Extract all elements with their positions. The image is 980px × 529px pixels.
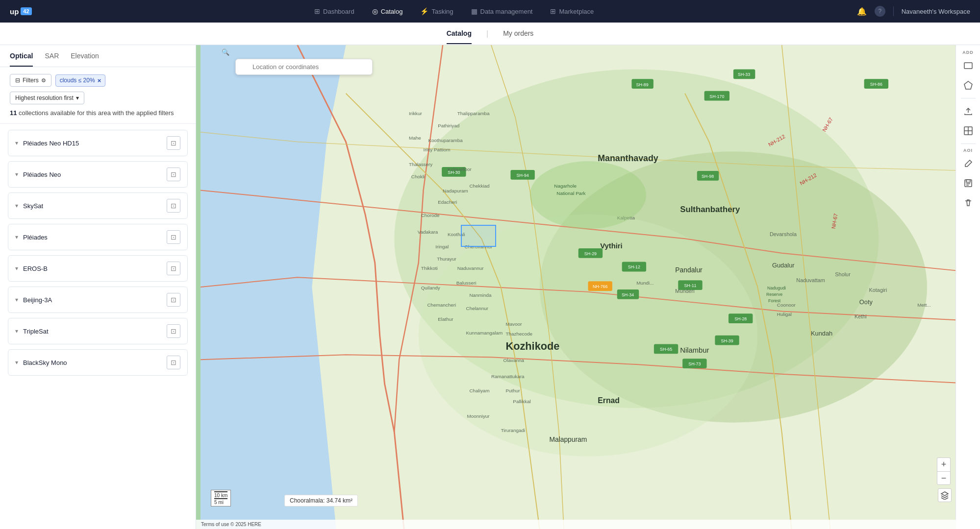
cloud-filter-chip[interactable]: clouds ≤ 20% × bbox=[55, 74, 106, 87]
collection-item[interactable]: ▾ Pléiades ⊡ bbox=[8, 224, 188, 250]
collection-name: Pléiades bbox=[23, 234, 48, 241]
svg-text:NH-766: NH-766 bbox=[593, 284, 608, 289]
svg-text:SH-29: SH-29 bbox=[584, 251, 597, 256]
aoi-save-button[interactable] bbox=[959, 174, 977, 192]
nav-tasking[interactable]: ⚡ Tasking bbox=[413, 4, 460, 18]
svg-text:Nagarhole: Nagarhole bbox=[554, 183, 577, 189]
notifications-icon[interactable]: 🔔 bbox=[857, 7, 867, 16]
nav-data-management[interactable]: ▦ Data management bbox=[464, 4, 540, 18]
help-icon[interactable]: ? bbox=[875, 6, 885, 17]
collection-item[interactable]: ▾ BlackSky Mono ⊡ bbox=[8, 349, 188, 376]
svg-text:Ooty: Ooty bbox=[859, 298, 873, 306]
chevron-down-icon: ▾ bbox=[15, 171, 18, 178]
nav-items: ⊞ Dashboard ◎ Catalog ⚡ Tasking ▦ Data m… bbox=[51, 4, 857, 18]
map-container[interactable]: SH-89 SH-170 SH-33 SH-86 SH-30 SH-94 SH-… bbox=[196, 45, 980, 529]
collection-left: ▾ BlackSky Mono bbox=[15, 359, 67, 366]
svg-text:Mananthavady: Mananthavady bbox=[598, 153, 658, 163]
svg-text:Gudalur: Gudalur bbox=[772, 262, 795, 269]
map-background: SH-89 SH-170 SH-33 SH-86 SH-30 SH-94 SH-… bbox=[196, 45, 980, 529]
nav-dashboard[interactable]: ⊞ Dashboard bbox=[307, 4, 361, 18]
svg-text:Vadakara: Vadakara bbox=[418, 229, 438, 235]
svg-text:Moonniyur: Moonniyur bbox=[467, 413, 490, 419]
add-section-label: ADD bbox=[962, 50, 974, 55]
collection-item[interactable]: ▾ Beijing-3A ⊡ bbox=[8, 287, 188, 313]
svg-text:Pathiriyad: Pathiriyad bbox=[438, 123, 459, 128]
zoom-in-button[interactable]: + bbox=[937, 457, 951, 471]
filters-area: ⊟ Filters ⚙ clouds ≤ 20% × Highest resol… bbox=[0, 67, 196, 124]
subnav-my-orders[interactable]: My orders bbox=[503, 24, 533, 44]
svg-text:SH-11: SH-11 bbox=[684, 283, 696, 288]
sidebar: Optical SAR Elevation ⊟ Filters ⚙ clouds… bbox=[0, 45, 196, 529]
aoi-edit-button[interactable] bbox=[959, 155, 977, 172]
svg-text:SH-170: SH-170 bbox=[709, 94, 724, 99]
svg-text:Edacheri: Edacheri bbox=[438, 199, 457, 205]
svg-text:Kunnamangalam: Kunnamangalam bbox=[466, 330, 503, 336]
layers-button[interactable] bbox=[938, 488, 952, 502]
remove-cloud-filter-icon[interactable]: × bbox=[98, 77, 101, 84]
collection-left: ▾ SkySat bbox=[15, 202, 43, 210]
upload-button[interactable] bbox=[959, 102, 977, 120]
svg-text:Kozhikode: Kozhikode bbox=[506, 340, 560, 352]
rectangle-draw-button[interactable] bbox=[959, 57, 977, 74]
collection-left: ▾ Pléiades bbox=[15, 234, 48, 241]
svg-text:Olavanna: Olavanna bbox=[503, 358, 525, 363]
subnav-catalog[interactable]: Catalog bbox=[447, 24, 472, 44]
results-text: collections available bbox=[17, 109, 75, 117]
collection-thumbnail-icon: ⊡ bbox=[167, 199, 180, 213]
collection-item[interactable]: ▾ Pléiades Neo HD15 ⊡ bbox=[8, 130, 188, 156]
sort-button[interactable]: Highest resolution first ▾ bbox=[10, 92, 84, 104]
map-view-button[interactable] bbox=[959, 122, 977, 140]
workspace-name[interactable]: Navaneeth's Workspace bbox=[902, 8, 970, 15]
filters-button[interactable]: ⊟ Filters ⚙ bbox=[10, 74, 51, 87]
nav-right: 🔔 ? Navaneeth's Workspace bbox=[857, 6, 970, 17]
collection-item[interactable]: ▾ EROS-B ⊡ bbox=[8, 255, 188, 282]
terms-text: Terms of use © 2025 HERE bbox=[201, 522, 261, 527]
svg-text:Chokli: Chokli bbox=[411, 174, 425, 179]
svg-rect-104 bbox=[964, 63, 972, 69]
svg-text:Puthur: Puthur bbox=[506, 388, 521, 393]
aoi-delete-button[interactable] bbox=[959, 194, 977, 212]
collection-thumbnail-icon: ⊡ bbox=[167, 230, 180, 244]
svg-text:Quilandy: Quilandy bbox=[421, 285, 440, 290]
svg-text:Thalassery: Thalassery bbox=[409, 162, 432, 167]
filter-row: ⊟ Filters ⚙ clouds ≤ 20% × bbox=[10, 74, 186, 87]
svg-text:Balusseri: Balusseri bbox=[456, 280, 477, 286]
collection-list: ▾ Pléiades Neo HD15 ⊡ ▾ Pléiades Neo ⊡ ▾… bbox=[0, 124, 196, 529]
collection-item[interactable]: ▾ TripleSat ⊡ bbox=[8, 318, 188, 344]
svg-text:SH-86: SH-86 bbox=[870, 82, 882, 87]
map-search-input[interactable] bbox=[235, 59, 373, 75]
collection-left: ▾ EROS-B bbox=[15, 265, 48, 272]
svg-text:Forest: Forest bbox=[768, 298, 781, 303]
chevron-down-icon: ▾ bbox=[15, 328, 18, 335]
tab-optical[interactable]: Optical bbox=[10, 52, 33, 67]
collection-name: BlackSky Mono bbox=[23, 359, 67, 366]
collection-thumbnail-icon: ⊡ bbox=[167, 356, 180, 369]
polygon-draw-button[interactable] bbox=[959, 76, 977, 94]
nav-marketplace[interactable]: ⊞ Marketplace bbox=[543, 4, 601, 18]
svg-text:Naduvannur: Naduvannur bbox=[457, 265, 484, 271]
svg-text:Kethi: Kethi bbox=[854, 313, 867, 319]
tab-elevation[interactable]: Elevation bbox=[71, 52, 99, 67]
sort-label: Highest resolution first bbox=[15, 95, 74, 101]
svg-text:Naduvattam: Naduvattam bbox=[796, 277, 825, 283]
svg-text:Mahe: Mahe bbox=[409, 135, 421, 141]
top-nav: up42 ⊞ Dashboard ◎ Catalog ⚡ Tasking ▦ D… bbox=[0, 0, 980, 23]
collection-item[interactable]: ▾ Pléiades Neo ⊡ bbox=[8, 161, 188, 188]
marketplace-icon: ⊞ bbox=[550, 7, 556, 15]
selected-area-rectangle[interactable] bbox=[461, 225, 496, 247]
logo[interactable]: up42 bbox=[10, 7, 32, 16]
svg-text:SH-28: SH-28 bbox=[734, 316, 747, 321]
nav-catalog[interactable]: ◎ Catalog bbox=[365, 4, 410, 18]
tab-sar[interactable]: SAR bbox=[45, 52, 59, 67]
cloud-filter-label: clouds ≤ 20% bbox=[60, 77, 95, 84]
svg-text:Chelannur: Chelannur bbox=[466, 306, 489, 311]
svg-text:Pallikkal: Pallikkal bbox=[513, 399, 530, 404]
chevron-down-icon: ▾ bbox=[15, 202, 18, 209]
svg-text:Koothuparamba: Koothuparamba bbox=[428, 138, 463, 143]
svg-text:Kundah: Kundah bbox=[811, 330, 832, 337]
subnav-divider: | bbox=[486, 29, 488, 38]
collection-item[interactable]: ▾ SkySat ⊡ bbox=[8, 192, 188, 219]
svg-text:Irikkur: Irikkur bbox=[409, 111, 423, 116]
svg-text:SH-73: SH-73 bbox=[688, 361, 701, 366]
zoom-out-button[interactable]: − bbox=[937, 471, 951, 485]
